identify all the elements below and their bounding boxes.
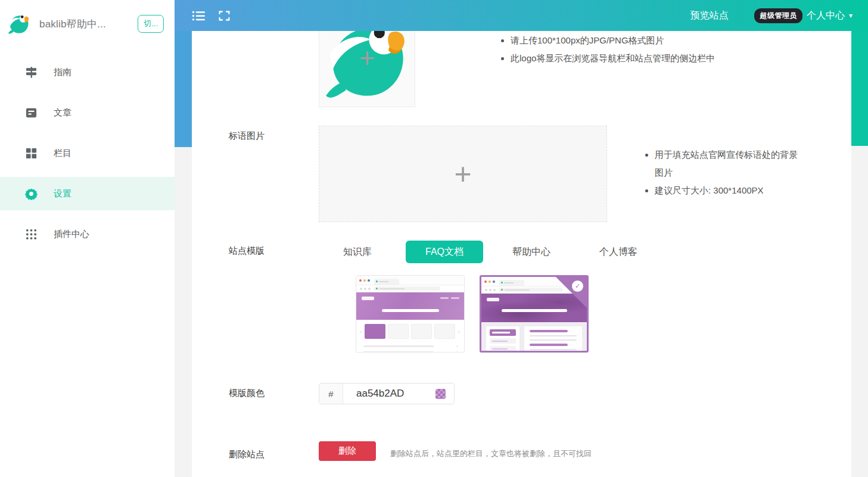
preview-search-bar [502, 309, 567, 312]
preview-search-bar [382, 309, 439, 312]
sidebar-nav: 指南 文章 栏目 设置 [0, 48, 175, 251]
template-thumbnail-knowledge[interactable]: ‹ › › › › [356, 275, 465, 353]
content-wrap: + 请上传100*100px的JPG/PNG格式图片 此logo将显示在浏览器导… [175, 31, 868, 477]
template-color-row: 模版颜色 # [229, 383, 851, 404]
tab-help-center[interactable]: 帮助中心 [493, 241, 570, 263]
preview-article-list: › › › [356, 341, 464, 353]
tab-title-line [379, 281, 388, 282]
forward-icon [364, 288, 366, 290]
banner-hint: 建议尺寸大小: 300*1400PX [655, 182, 802, 199]
sidebar-item-label: 栏目 [54, 148, 71, 159]
baklib-bird-logo-icon [8, 13, 30, 35]
template-thumbnail-faq[interactable]: ✓ [480, 275, 589, 353]
traffic-dot-yellow [489, 280, 491, 283]
preview-faq-layout [481, 322, 587, 353]
site-title: baklib帮助中... [39, 17, 138, 31]
browser-urlbar [356, 285, 464, 292]
carousel-right-icon: › [456, 329, 461, 335]
preview-faq-list [524, 326, 582, 353]
sidebar-item-sections[interactable]: 栏目 [0, 136, 175, 170]
tab-personal-blog[interactable]: 个人博客 [580, 241, 657, 263]
role-badge: 超级管理员 [754, 8, 802, 23]
content-scrollbar-left[interactable] [175, 31, 192, 477]
hash-prefix: # [319, 384, 343, 404]
sidebar-header: baklib帮助中... 切... [0, 0, 175, 48]
traffic-dot-blue [368, 279, 370, 282]
sidebar-item-articles[interactable]: 文章 [0, 96, 175, 129]
tab-knowledge-base[interactable]: 知识库 [319, 241, 396, 263]
logo-hints: 请上传100*100px的JPG/PNG格式图片 此logo将显示在浏览器导航栏… [499, 32, 715, 67]
url-line [505, 289, 530, 291]
delete-button[interactable]: 删除 [319, 441, 376, 461]
account-label: 个人中心 [807, 10, 845, 22]
preview-card-carousel: ‹ › [356, 320, 464, 341]
sidebar-item-guide[interactable]: 指南 [0, 55, 175, 89]
preview-card-active [365, 324, 385, 339]
preview-card [388, 324, 409, 339]
banner-hints: 用于填充站点官网宣传标语处的背景图片 建议尺寸大小: 300*1400PX [643, 146, 802, 199]
sidebar-item-label: 设置 [54, 188, 71, 199]
sidebar-item-label: 插件中心 [54, 229, 89, 240]
grid-icon [25, 147, 38, 160]
preview-faq-sidebar [486, 326, 519, 353]
banner-label: 标语图片 [229, 126, 319, 142]
settings-form: + 请上传100*100px的JPG/PNG格式图片 此logo将显示在浏览器导… [192, 31, 851, 477]
browser-chrome [356, 276, 464, 285]
plus-icon: + [454, 159, 471, 189]
color-swatch[interactable] [435, 389, 446, 399]
browser-tab [499, 280, 524, 286]
switch-site-button[interactable]: 切... [138, 15, 164, 33]
traffic-dot-yellow [363, 279, 366, 282]
template-row: 站点模版 知识库 FAQ文档 帮助中心 个人博客 [229, 241, 851, 263]
traffic-dot-red [484, 280, 487, 283]
sidebar-item-settings[interactable]: 设置 [0, 177, 175, 210]
logo-hint: 此logo将显示在浏览器导航栏和站点管理的侧边栏中 [511, 49, 715, 67]
address-pill [499, 288, 563, 292]
mini-logo-dot [376, 280, 378, 282]
lock-icon [376, 288, 378, 289]
delete-label: 删除站点 [229, 441, 319, 460]
preview-nav-lines [438, 297, 459, 299]
gear-icon [25, 188, 38, 200]
sidebar: baklib帮助中... 切... 指南 文章 栏目 [0, 0, 175, 477]
reload-icon [493, 289, 496, 291]
sidebar-item-label: 指南 [54, 67, 71, 78]
back-icon [485, 289, 487, 291]
scrollbar-thumb-right[interactable] [851, 31, 868, 146]
forward-icon [489, 289, 491, 291]
back-icon [360, 288, 362, 290]
chevron-down-icon: ▾ [849, 11, 853, 20]
selected-corner-ribbon [556, 277, 587, 308]
logo-upload-box[interactable]: + [319, 31, 415, 107]
logo-hint: 请上传100*100px的JPG/PNG格式图片 [511, 32, 715, 49]
check-icon: ✓ [572, 280, 583, 292]
delete-hint: 删除站点后，站点里的栏目，文章也将被删除，且不可找回 [390, 444, 592, 459]
reload-icon [368, 288, 371, 290]
banner-row: 标语图片 + 用于填充站点官网宣传标语处的背景图片 建议尺寸大小: 300*14… [229, 126, 851, 222]
tab-faq-doc[interactable]: FAQ文档 [406, 241, 483, 263]
preview-site-link[interactable]: 预览站点 [690, 10, 728, 22]
list-menu-icon[interactable] [192, 9, 206, 23]
signpost-icon [25, 66, 38, 79]
browser-tab [374, 279, 399, 285]
topbar: 预览站点 超级管理员 个人中心 ▾ [175, 0, 868, 31]
traffic-dot-blue [493, 280, 495, 283]
logo-label-spacer [229, 31, 319, 36]
main-area: 预览站点 超级管理员 个人中心 ▾ [175, 0, 868, 477]
lock-icon [501, 289, 503, 291]
address-pill [374, 286, 440, 291]
color-value-input[interactable] [343, 388, 435, 400]
topbar-right: 预览站点 超级管理员 个人中心 ▾ [690, 8, 853, 23]
banner-upload-box[interactable]: + [319, 126, 607, 222]
content-scrollbar-right[interactable] [851, 31, 868, 477]
fullscreen-icon[interactable] [218, 9, 232, 23]
app-root: baklib帮助中... 切... 指南 文章 栏目 [0, 0, 868, 477]
tab-title-line [504, 282, 514, 283]
template-picker: 知识库 FAQ文档 帮助中心 个人博客 [319, 241, 667, 263]
preview-card [411, 324, 432, 339]
account-menu[interactable]: 个人中心 ▾ [807, 10, 853, 22]
url-line [379, 288, 405, 289]
scrollbar-thumb-left[interactable] [175, 31, 192, 147]
sidebar-item-plugins[interactable]: 插件中心 [0, 217, 175, 251]
mini-logo-dot [501, 282, 503, 283]
